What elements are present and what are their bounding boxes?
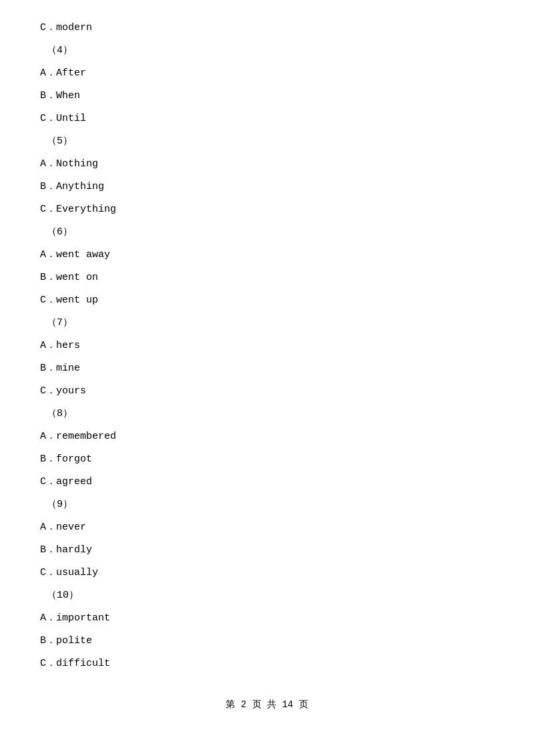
- item-a-never: A．never: [40, 520, 494, 536]
- item-c-agreed: C．agreed: [40, 474, 494, 490]
- item-a-after: A．After: [40, 65, 494, 81]
- item-c-until: C．Until: [40, 111, 494, 127]
- question-6: （6）: [47, 224, 494, 240]
- main-content: C．modern （4） A．After B．When C．Until （5） …: [40, 20, 494, 711]
- item-c-yours: C．yours: [40, 383, 494, 399]
- item-b-hardly: B．hardly: [40, 542, 494, 558]
- item-a-remembered: A．remembered: [40, 429, 494, 445]
- question-4: （4）: [47, 43, 494, 59]
- page-footer: 第 2 页 共 14 页: [40, 699, 494, 711]
- item-b-forgot: B．forgot: [40, 451, 494, 467]
- item-a-went-away: A．went away: [40, 247, 494, 263]
- item-b-polite: B．polite: [40, 633, 494, 649]
- item-a-important: A．important: [40, 610, 494, 626]
- question-7: （7）: [47, 315, 494, 331]
- item-b-anything: B．Anything: [40, 179, 494, 195]
- question-9: （9）: [47, 497, 494, 513]
- item-b-when: B．When: [40, 88, 494, 104]
- item-c-everything: C．Everything: [40, 202, 494, 218]
- item-c-modern: C．modern: [40, 20, 494, 36]
- item-c-usually: C．usually: [40, 565, 494, 581]
- item-a-nothing: A．Nothing: [40, 156, 494, 172]
- item-c-went-up: C．went up: [40, 293, 494, 309]
- question-10: （10）: [47, 588, 494, 604]
- item-a-hers: A．hers: [40, 338, 494, 354]
- item-b-mine: B．mine: [40, 361, 494, 377]
- item-b-went-on: B．went on: [40, 270, 494, 286]
- question-5: （5）: [47, 134, 494, 150]
- question-8: （8）: [47, 406, 494, 422]
- item-c-difficult: C．difficult: [40, 656, 494, 672]
